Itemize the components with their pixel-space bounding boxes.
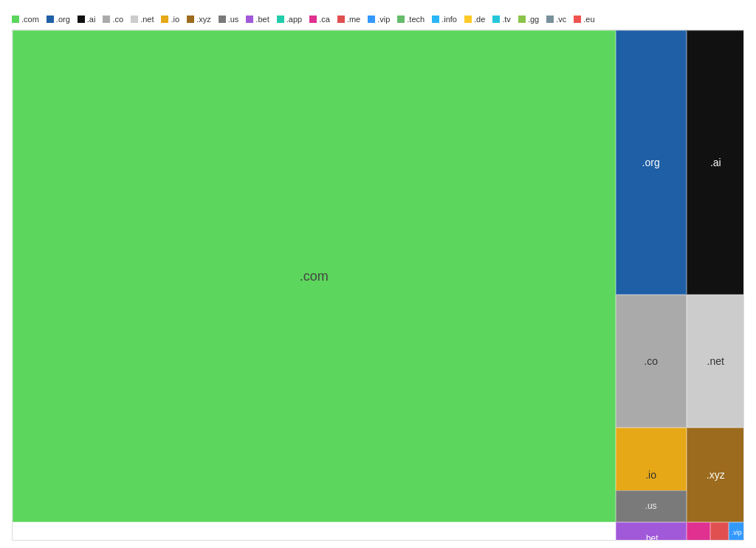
legend-swatch <box>574 16 581 23</box>
legend: .com.org.ai.co.net.io.xyz.us.bet.app.ca.… <box>12 15 744 24</box>
legend-label: .vc <box>556 15 566 24</box>
legend-swatch <box>47 16 54 23</box>
cell-label: .net <box>707 355 724 367</box>
legend-item: .ca <box>309 15 330 24</box>
treemap-cell-ca: .ca <box>687 522 710 541</box>
legend-swatch <box>368 16 375 23</box>
cell-label: .co <box>644 355 658 367</box>
treemap-cell-xyz: .xyz <box>687 428 744 522</box>
treemap-cell-bet: .bet <box>616 522 687 541</box>
legend-swatch <box>546 16 554 23</box>
cell-label: .io <box>645 469 656 481</box>
legend-swatch <box>309 16 317 23</box>
legend-item: .bet <box>246 15 269 24</box>
legend-label: .io <box>171 15 179 24</box>
chart-container: .com.org.ai.co.net.io.xyz.us.bet.app.ca.… <box>0 0 756 548</box>
legend-item: .io <box>161 15 179 24</box>
legend-label: .tech <box>407 15 425 24</box>
legend-label: .de <box>474 15 485 24</box>
legend-label: .gg <box>528 15 539 24</box>
treemap-cell-us: .us <box>616 490 687 522</box>
treemap-cell-ai: .ai <box>687 30 744 295</box>
legend-swatch <box>246 16 253 23</box>
legend-label: .co <box>112 15 123 24</box>
legend-item: .tv <box>492 15 511 24</box>
legend-item: .ai <box>78 15 96 24</box>
legend-label: .us <box>228 15 239 24</box>
legend-label: .org <box>56 15 70 24</box>
legend-item: .vip <box>368 15 390 24</box>
legend-swatch <box>103 16 110 23</box>
legend-item: .net <box>131 15 154 24</box>
legend-swatch <box>219 16 226 23</box>
treemap-cell-org: .org <box>616 30 687 295</box>
cell-label: .vip <box>732 529 742 536</box>
legend-label: .me <box>347 15 360 24</box>
legend-swatch <box>492 16 500 23</box>
legend-label: .xyz <box>196 15 211 24</box>
legend-item: .com <box>12 15 39 24</box>
legend-swatch <box>187 16 194 23</box>
legend-item: .de <box>464 15 485 24</box>
treemap-cell-co: .co <box>616 295 687 428</box>
legend-swatch <box>518 16 526 23</box>
legend-swatch <box>397 16 405 23</box>
legend-item: .gg <box>518 15 539 24</box>
treemap-cell-vip: .vip <box>729 522 744 541</box>
cell-label: .us <box>645 501 657 511</box>
legend-label: .tv <box>502 15 511 24</box>
legend-item: .vc <box>546 15 566 24</box>
legend-swatch <box>464 16 472 23</box>
legend-label: .bet <box>255 15 269 24</box>
legend-swatch <box>161 16 168 23</box>
legend-swatch <box>131 16 138 23</box>
cell-label: .bet <box>644 533 659 541</box>
legend-item: .eu <box>574 15 594 24</box>
cell-label: .me <box>714 539 725 541</box>
legend-item: .co <box>103 15 123 24</box>
legend-swatch <box>432 16 439 23</box>
legend-item: .us <box>219 15 239 24</box>
legend-swatch <box>277 16 284 23</box>
legend-item: .app <box>277 15 302 24</box>
cell-label: .com <box>300 269 329 284</box>
legend-label: .vip <box>377 15 390 24</box>
legend-item: .me <box>337 15 360 24</box>
legend-item: .org <box>47 15 70 24</box>
legend-label: .ca <box>319 15 330 24</box>
cell-label: .org <box>642 157 660 168</box>
treemap-cell-com: .com <box>13 30 616 522</box>
treemap-cell-me: .me <box>710 522 729 541</box>
legend-swatch <box>12 16 19 23</box>
legend-swatch <box>337 16 345 23</box>
legend-swatch <box>78 16 85 23</box>
legend-label: .net <box>140 15 154 24</box>
legend-item: .xyz <box>187 15 211 24</box>
legend-label: .app <box>286 15 302 24</box>
legend-label: .ai <box>87 15 96 24</box>
treemap-cell-net: .net <box>687 295 744 428</box>
legend-item: .tech <box>397 15 425 24</box>
cell-label: .ca <box>694 539 703 541</box>
treemap-area: .com.org.ai.co.net.io.xyz.us.bet.app.ca.… <box>12 30 744 541</box>
legend-item: .info <box>432 15 457 24</box>
legend-label: .eu <box>583 15 594 24</box>
legend-label: .com <box>21 15 39 24</box>
cell-label: .ai <box>710 157 721 168</box>
legend-label: .info <box>441 15 457 24</box>
cell-label: .xyz <box>707 469 725 481</box>
